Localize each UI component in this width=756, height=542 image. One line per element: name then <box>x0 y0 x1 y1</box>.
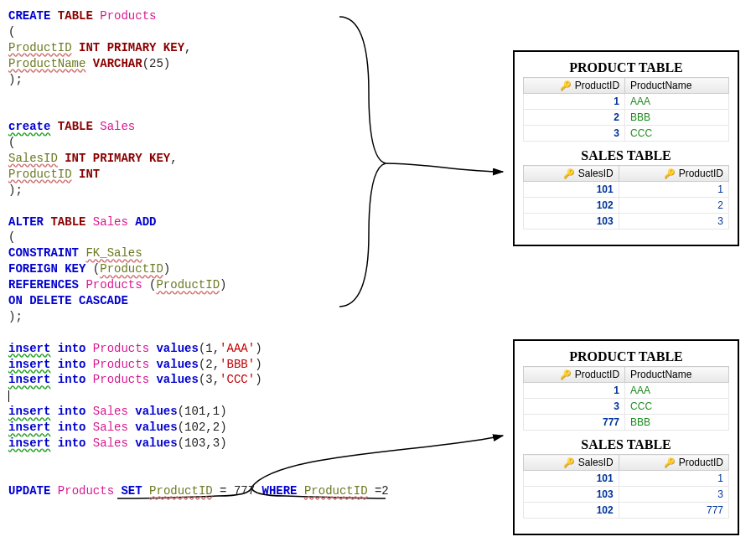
product-table-after: 🔑ProductID ProductName 1AAA 3CCC 777BBB <box>523 366 729 431</box>
product-table-title: PRODUCT TABLE <box>523 60 729 75</box>
key-icon: 🔑 <box>560 369 572 380</box>
key-icon: 🔑 <box>664 168 676 179</box>
sales-table-after: 🔑SalesID 🔑ProductID 1011 1033 102777 <box>523 454 729 519</box>
product-table-before: 🔑ProductID ProductName 1AAA 2BBB 3CCC <box>523 77 729 142</box>
product-table-title: PRODUCT TABLE <box>523 349 729 364</box>
result-panel-before: PRODUCT TABLE 🔑ProductID ProductName 1AA… <box>513 50 739 246</box>
result-panel-after: PRODUCT TABLE 🔑ProductID ProductName 1AA… <box>513 339 739 535</box>
key-icon: 🔑 <box>563 168 575 179</box>
sql-code-block: CREATE TABLE Products ( ProductID INT PR… <box>8 8 478 499</box>
key-icon: 🔑 <box>560 80 572 91</box>
sales-table-before: 🔑SalesID 🔑ProductID 1011 1022 1033 <box>523 165 729 230</box>
sales-table-title: SALES TABLE <box>523 437 729 452</box>
key-icon: 🔑 <box>664 457 676 468</box>
sales-table-title: SALES TABLE <box>523 148 729 163</box>
key-icon: 🔑 <box>563 457 575 468</box>
